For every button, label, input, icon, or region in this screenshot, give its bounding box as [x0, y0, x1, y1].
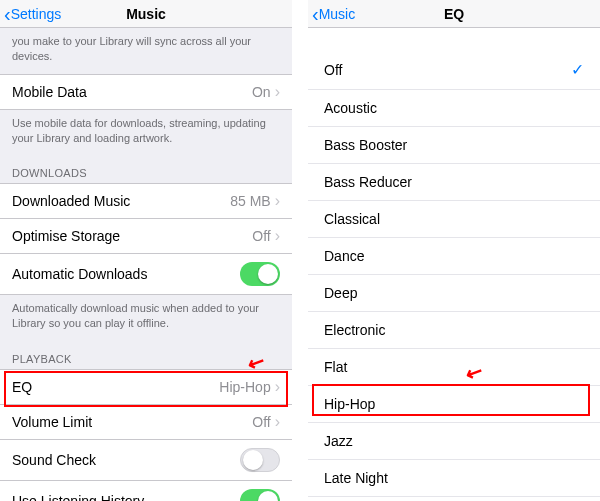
eq-option-row[interactable]: Classical — [308, 201, 600, 238]
checkmark-icon: ✓ — [571, 60, 584, 79]
sound-check-row: Sound Check — [0, 440, 292, 481]
eq-option-label: Late Night — [324, 470, 388, 486]
eq-option-row[interactable]: Jazz — [308, 423, 600, 460]
use-listening-history-switch[interactable] — [240, 489, 280, 501]
music-settings-pane: ‹ Settings Music you make to your Librar… — [0, 0, 292, 501]
eq-value: Hip-Hop — [219, 379, 270, 395]
sync-footer: you make to your Library will sync acros… — [0, 28, 292, 74]
volume-limit-row[interactable]: Volume Limit Off› — [0, 405, 292, 440]
use-listening-history-row: Use Listening History — [0, 481, 292, 501]
downloads-header: DOWNLOADS — [0, 155, 292, 183]
eq-option-row[interactable]: Bass Booster — [308, 127, 600, 164]
mobile-data-footer: Use mobile data for downloads, streaming… — [0, 110, 292, 156]
eq-label: EQ — [12, 379, 32, 395]
eq-option-label: Deep — [324, 285, 357, 301]
eq-row[interactable]: EQ Hip-Hop› — [0, 369, 292, 405]
eq-option-label: Off — [324, 62, 342, 78]
eq-option-label: Classical — [324, 211, 380, 227]
back-label: Settings — [11, 6, 62, 22]
eq-option-label: Hip-Hop — [324, 396, 375, 412]
volume-limit-label: Volume Limit — [12, 414, 92, 430]
navbar-left: ‹ Settings Music — [0, 0, 292, 28]
eq-option-label: Jazz — [324, 433, 353, 449]
automatic-downloads-switch[interactable] — [240, 262, 280, 286]
playback-header: PLAYBACK — [0, 341, 292, 369]
mobile-data-label: Mobile Data — [12, 84, 87, 100]
back-label: Music — [319, 6, 356, 22]
eq-pane: ‹ Music EQ Off✓AcousticBass BoosterBass … — [308, 0, 600, 501]
navbar-right: ‹ Music EQ — [308, 0, 600, 28]
chevron-right-icon: › — [275, 227, 280, 245]
eq-option-label: Flat — [324, 359, 347, 375]
optimise-storage-row[interactable]: Optimise Storage Off› — [0, 219, 292, 254]
chevron-left-icon: ‹ — [4, 4, 11, 24]
use-listening-history-label: Use Listening History — [12, 493, 144, 501]
optimise-storage-label: Optimise Storage — [12, 228, 120, 244]
eq-option-label: Acoustic — [324, 100, 377, 116]
eq-option-label: Dance — [324, 248, 364, 264]
eq-option-label: Bass Reducer — [324, 174, 412, 190]
sound-check-switch[interactable] — [240, 448, 280, 472]
eq-option-label: Bass Booster — [324, 137, 407, 153]
eq-option-row[interactable]: Acoustic — [308, 90, 600, 127]
eq-option-row[interactable]: Dance — [308, 238, 600, 275]
eq-option-row[interactable]: Electronic — [308, 312, 600, 349]
eq-option-row[interactable]: Bass Reducer — [308, 164, 600, 201]
automatic-downloads-label: Automatic Downloads — [12, 266, 147, 282]
chevron-right-icon: › — [275, 83, 280, 101]
mobile-data-value: On — [252, 84, 271, 100]
eq-option-row[interactable]: Hip-Hop — [308, 386, 600, 423]
auto-download-footer: Automatically download music when added … — [0, 295, 292, 341]
chevron-right-icon: › — [275, 378, 280, 396]
automatic-downloads-row: Automatic Downloads — [0, 254, 292, 295]
downloaded-music-label: Downloaded Music — [12, 193, 130, 209]
chevron-left-icon: ‹ — [312, 4, 319, 24]
eq-option-row[interactable]: Off✓ — [308, 50, 600, 90]
eq-option-list: Off✓AcousticBass BoosterBass ReducerClas… — [308, 50, 600, 501]
eq-option-row[interactable]: Deep — [308, 275, 600, 312]
optimise-storage-value: Off — [252, 228, 270, 244]
eq-option-row[interactable]: Latin — [308, 497, 600, 501]
eq-option-label: Electronic — [324, 322, 385, 338]
sound-check-label: Sound Check — [12, 452, 96, 468]
back-button-settings[interactable]: ‹ Settings — [0, 4, 61, 24]
downloaded-music-value: 85 MB — [230, 193, 270, 209]
chevron-right-icon: › — [275, 413, 280, 431]
downloaded-music-row[interactable]: Downloaded Music 85 MB› — [0, 183, 292, 219]
eq-option-row[interactable]: Late Night — [308, 460, 600, 497]
chevron-right-icon: › — [275, 192, 280, 210]
mobile-data-row[interactable]: Mobile Data On› — [0, 74, 292, 110]
back-button-music[interactable]: ‹ Music — [308, 4, 355, 24]
volume-limit-value: Off — [252, 414, 270, 430]
eq-option-row[interactable]: Flat — [308, 349, 600, 386]
